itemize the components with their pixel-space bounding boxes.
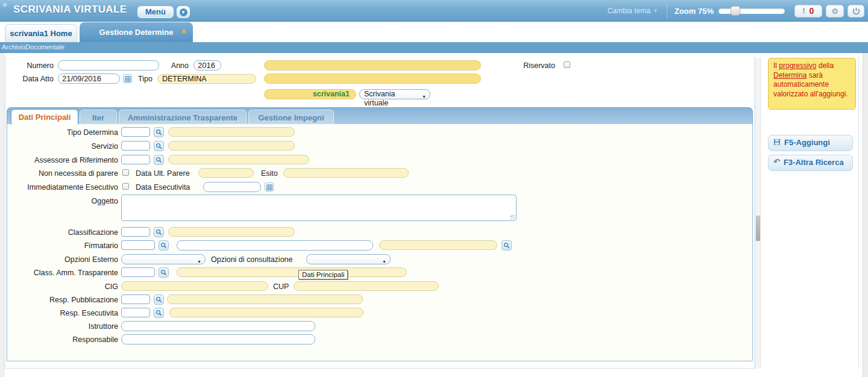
- search-icon: [156, 229, 162, 235]
- numero-label: Numero: [13, 61, 54, 70]
- app-title: SCRIVANIA VIRTUALE: [13, 4, 127, 16]
- tab-dati-principali[interactable]: Dati Principali: [11, 109, 78, 125]
- opzioni-esterno-select[interactable]: ▼: [121, 254, 206, 264]
- riservato-checkbox[interactable]: [564, 61, 570, 68]
- anno-input[interactable]: 2016: [193, 60, 221, 70]
- servizio-desc-field: [168, 141, 295, 151]
- numero-descrizione-field[interactable]: [264, 60, 481, 70]
- inner-tab-bar: Dati Principali Iter Amministrazione Tra…: [7, 107, 753, 124]
- f3-altra-ricerca-button[interactable]: ↶ F3-Altra Ricerca: [768, 155, 853, 171]
- servizio-label: Servizio: [7, 142, 118, 151]
- note-text: Il: [773, 61, 779, 70]
- alerts-button[interactable]: ! 0: [794, 5, 822, 17]
- classificazione-lookup-button[interactable]: [154, 227, 164, 237]
- esito-label: Esito: [261, 169, 278, 178]
- divider: [667, 4, 667, 18]
- menu-caret-button[interactable]: ▼: [177, 6, 190, 18]
- firmatario-ruolo-lookup-button[interactable]: [502, 240, 512, 251]
- form-row: CIG CUP: [7, 281, 752, 292]
- responsabile-label: Responsabile: [7, 335, 118, 344]
- resp-esecutivita-lookup-button[interactable]: [154, 308, 164, 318]
- resp-esecutivita-desc-field: [169, 308, 363, 317]
- assessore-lookup-button[interactable]: [154, 155, 164, 165]
- immediatamente-esecutivo-checkbox[interactable]: [122, 183, 129, 190]
- logout-button[interactable]: [848, 5, 864, 17]
- tipo-determina-lookup-button[interactable]: [154, 127, 164, 137]
- search-icon: [503, 242, 510, 249]
- menu-button[interactable]: Menù: [137, 6, 174, 18]
- note-text: della: [816, 61, 834, 70]
- info-note: Il progressivo della Determina sarà auto…: [768, 58, 856, 110]
- data-atto-input[interactable]: 21/09/2016: [58, 73, 120, 84]
- class-amm-code-input[interactable]: [121, 267, 155, 277]
- oggetto-textarea[interactable]: [121, 195, 517, 221]
- non-necessita-parere-label: Non necessita di parere: [7, 169, 118, 178]
- tab-iter[interactable]: Iter: [80, 110, 117, 125]
- form-row: Assessore di Riferimento: [7, 155, 752, 166]
- zoom-slider[interactable]: [719, 8, 785, 14]
- data-atto-calendar-button[interactable]: [123, 74, 132, 83]
- class-amm-desc-field: [177, 267, 407, 277]
- tab-gestione-determine[interactable]: Gestione Determine ×: [80, 22, 193, 42]
- note-link-progressivo[interactable]: progressivo: [779, 61, 816, 70]
- tipo-determina-code-input[interactable]: [121, 127, 150, 137]
- classificazione-desc-field: [168, 227, 295, 237]
- zoom-slider-handle[interactable]: [731, 6, 740, 16]
- change-theme-label: Cambia tema: [608, 7, 650, 15]
- form-row: Classificazione: [7, 227, 752, 238]
- anno-label: Anno: [163, 61, 189, 70]
- f5-aggiungi-button[interactable]: F5-Aggiungi: [768, 135, 853, 151]
- data-esecutivita-input[interactable]: [203, 182, 261, 192]
- desk-select[interactable]: Scrivania virtuale ▼: [359, 89, 430, 99]
- tab-amministrazione-trasparente[interactable]: Amministrazione Trasparente: [119, 110, 247, 125]
- right-scroll-track[interactable]: [863, 53, 868, 377]
- change-theme-link[interactable]: Cambia tema ▼: [608, 7, 658, 15]
- tab-scrivania1-home[interactable]: scrivania1 Home: [5, 24, 77, 42]
- zoom-label: Zoom 75%: [675, 7, 714, 16]
- data-ult-parere-label: Data Ult. Parere: [136, 169, 190, 178]
- tipo-descrizione-field[interactable]: [264, 73, 481, 84]
- resp-pubblicazione-desc-field: [167, 294, 363, 304]
- opzioni-consultazione-select[interactable]: ▼: [306, 254, 391, 264]
- tipo-determina-desc-field: [168, 127, 295, 137]
- resp-pubblicazione-lookup-button[interactable]: [154, 294, 164, 305]
- numero-input[interactable]: [58, 60, 159, 70]
- breadcrumb: ArchivioDocumentale: [2, 43, 64, 51]
- tipo-input[interactable]: DETERMINA: [157, 74, 256, 84]
- servizio-lookup-button[interactable]: [154, 141, 164, 151]
- non-necessita-parere-checkbox[interactable]: [122, 169, 129, 176]
- form-row: Firmatario: [7, 240, 752, 251]
- resp-pubblicazione-code-input[interactable]: [121, 294, 150, 304]
- servizio-code-input[interactable]: [121, 141, 150, 151]
- close-icon[interactable]: ×: [181, 27, 186, 36]
- assessore-desc-field: [168, 155, 309, 164]
- note-link-determina[interactable]: Determina: [773, 71, 807, 79]
- classificazione-code-input[interactable]: [121, 227, 150, 237]
- chevron-down-icon: ▼: [197, 257, 201, 266]
- assessore-label: Assessore di Riferimento: [7, 156, 118, 164]
- firmatario-code-input[interactable]: [121, 240, 155, 250]
- cup-field: [294, 281, 439, 291]
- cig-label: CIG: [7, 282, 118, 291]
- assessore-code-input[interactable]: [121, 155, 150, 164]
- settings-button[interactable]: ⚙: [826, 5, 844, 17]
- firmatario-nome-input[interactable]: [177, 240, 373, 251]
- resp-esecutivita-code-input[interactable]: [121, 308, 150, 317]
- panel-scrollbar-thumb[interactable]: [756, 216, 760, 241]
- form-row: Resp. Pubblicazione: [7, 294, 752, 305]
- panel-scrollbar[interactable]: [755, 58, 761, 369]
- button-label: F3-Altra Ricerca: [784, 158, 844, 167]
- istruttore-input[interactable]: [121, 321, 315, 331]
- class-amm-lookup-button[interactable]: [159, 267, 169, 278]
- firmatario-lookup-button[interactable]: [159, 240, 169, 251]
- alert-exclamation-icon: !: [803, 7, 805, 15]
- form-row: Tipo Determina: [7, 127, 752, 138]
- tab-gestione-impegni[interactable]: Gestione Impegni: [248, 110, 334, 125]
- main-tab-bar: scrivania1 Home Gestione Determine ×: [0, 22, 868, 42]
- data-esecutivita-calendar-button[interactable]: [265, 182, 274, 192]
- responsabile-input[interactable]: [121, 334, 315, 344]
- left-scroll-track[interactable]: [0, 53, 4, 377]
- cig-field: [121, 281, 268, 291]
- chevron-down-icon: ▼: [382, 257, 386, 266]
- dati-principali-panel: Dati Principali Iter Amministrazione Tra…: [7, 107, 753, 361]
